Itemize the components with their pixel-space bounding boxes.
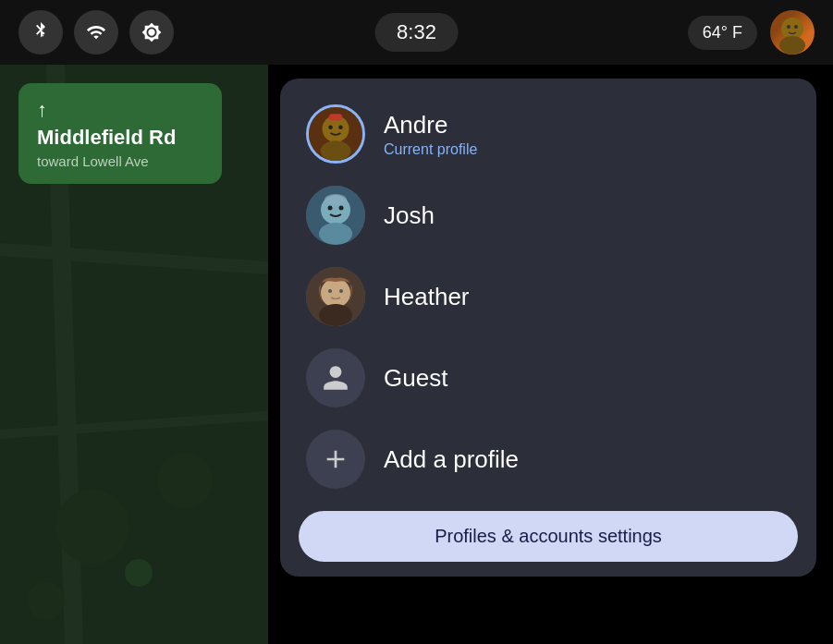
current-user-avatar[interactable] [770, 10, 815, 55]
profile-subtitle-andre: Current profile [384, 141, 477, 158]
profile-name-guest: Guest [384, 364, 447, 393]
svg-point-21 [328, 206, 333, 211]
avatar-heather [306, 267, 365, 326]
profile-item-andre[interactable]: Andre Current profile [280, 93, 816, 175]
status-center: 8:32 [374, 13, 459, 52]
signal-button[interactable] [74, 10, 118, 55]
nav-toward: toward Lowell Ave [37, 153, 203, 169]
profile-item-josh[interactable]: Josh [280, 175, 816, 256]
svg-point-3 [794, 25, 798, 29]
profile-info-josh: Josh [384, 201, 435, 230]
profile-name-heather: Heather [384, 283, 470, 311]
profile-info-guest: Guest [384, 364, 447, 393]
profiles-settings-button[interactable]: Profiles & accounts settings [299, 511, 798, 562]
svg-point-16 [338, 125, 343, 129]
svg-point-27 [328, 289, 332, 293]
svg-point-2 [787, 25, 790, 29]
profile-name-andre: Andre [384, 111, 477, 140]
svg-point-15 [328, 125, 333, 129]
nav-direction-arrow: ↑ [37, 98, 203, 122]
navigation-card: ↑ Middlefield Rd toward Lowell Ave [18, 83, 222, 184]
svg-point-20 [319, 223, 352, 245]
svg-point-26 [319, 304, 352, 326]
svg-point-28 [339, 289, 343, 293]
profile-item-guest[interactable]: Guest [280, 337, 816, 419]
bluetooth-button[interactable] [18, 10, 63, 55]
svg-point-23 [325, 194, 347, 205]
time-display: 8:32 [374, 13, 459, 52]
svg-point-25 [321, 278, 350, 308]
svg-point-8 [55, 490, 129, 564]
svg-point-14 [321, 140, 351, 161]
nav-street: Middlefield Rd [37, 126, 203, 150]
profiles-settings-label: Profiles & accounts settings [435, 526, 662, 546]
status-right: 64° F [688, 10, 815, 55]
profile-info-heather: Heather [384, 283, 470, 311]
brightness-button[interactable] [129, 10, 174, 55]
avatar-andre [306, 104, 365, 164]
profile-item-heather[interactable]: Heather [280, 256, 816, 337]
profile-name-add: Add a profile [384, 445, 519, 474]
avatar-josh [306, 186, 365, 245]
svg-point-10 [28, 582, 65, 619]
profile-name-josh: Josh [384, 201, 435, 230]
svg-point-1 [779, 36, 805, 55]
profile-item-add[interactable]: Add a profile [280, 419, 816, 500]
status-bar: 8:32 64° F [0, 0, 833, 65]
avatar-guest [306, 348, 365, 407]
svg-point-11 [125, 559, 153, 587]
profile-info-andre: Andre Current profile [384, 111, 477, 158]
profile-info-add: Add a profile [384, 445, 519, 474]
svg-point-9 [157, 453, 213, 508]
profiles-panel: Andre Current profile Josh [280, 79, 816, 577]
svg-rect-17 [329, 114, 343, 120]
add-profile-icon [306, 430, 365, 489]
temperature-display: 64° F [688, 16, 757, 50]
svg-point-22 [339, 206, 344, 211]
status-left-icons [18, 10, 174, 55]
